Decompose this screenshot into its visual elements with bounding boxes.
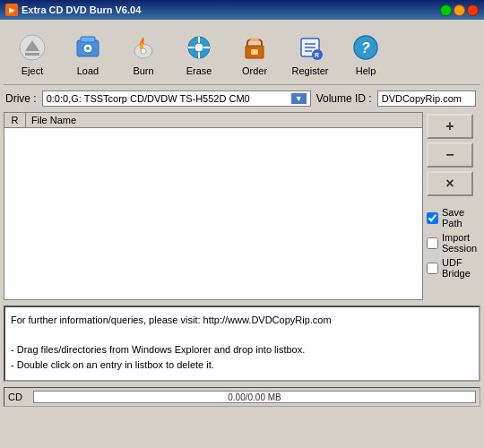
udf-bridge-label: UDF Bridge — [442, 257, 480, 279]
order-button[interactable]: Order — [228, 27, 281, 81]
options-group: Save Path Import Session UDF Bridge — [427, 207, 480, 279]
svg-rect-16 — [251, 49, 258, 55]
progress-bar: 0.00/0.00 MB — [33, 391, 476, 403]
import-session-checkbox-label[interactable]: Import Session — [427, 232, 480, 254]
order-icon — [238, 31, 271, 64]
load-label: Load — [77, 65, 99, 76]
erase-icon — [183, 31, 215, 64]
svg-rect-4 — [81, 37, 95, 42]
save-path-checkbox[interactable] — [427, 212, 438, 224]
drive-label: Drive : — [5, 92, 37, 105]
col-filename-header: File Name — [26, 113, 422, 127]
register-label: Register — [292, 65, 329, 76]
udf-bridge-checkbox-label[interactable]: UDF Bridge — [427, 257, 480, 279]
import-session-label: Import Session — [442, 232, 480, 254]
eject-icon — [16, 31, 48, 64]
drive-value: 0:0:0,G: TSSTcorp CD/DVDW TS-H552D CM0 — [47, 93, 290, 104]
volume-label: Volume ID : — [316, 92, 372, 105]
eject-label: Eject — [22, 65, 43, 76]
status-bar: CD 0.00/0.00 MB — [4, 387, 480, 407]
drive-select[interactable]: 0:0:0,G: TSSTcorp CD/DVDW TS-H552D CM0 ▼ — [42, 90, 311, 107]
app-icon: ▶ — [5, 4, 18, 16]
window-controls — [440, 4, 479, 16]
burn-icon — [127, 31, 160, 64]
save-path-label: Save Path — [442, 207, 480, 228]
info-line2 — [11, 328, 473, 343]
file-list-body[interactable] — [4, 128, 422, 294]
info-line3: - Drag files/directories from Windows Ex… — [11, 342, 473, 358]
toolbar: Eject Load — [4, 23, 480, 85]
info-line4: - Double click on an entry in listbox to… — [11, 358, 473, 373]
register-icon: R — [294, 31, 326, 64]
svg-text:?: ? — [361, 40, 370, 56]
svg-text:R: R — [315, 52, 319, 58]
title-bar: ▶ Extra CD DVD Burn V6.04 — [0, 0, 484, 20]
file-list-header: R File Name — [4, 113, 422, 128]
burn-label: Burn — [133, 65, 153, 76]
svg-point-8 — [141, 48, 146, 54]
minimize-button[interactable] — [440, 4, 452, 16]
add-file-button[interactable]: + — [427, 114, 473, 139]
order-label: Order — [242, 65, 267, 76]
save-path-checkbox-label[interactable]: Save Path — [427, 207, 480, 228]
volume-id-input[interactable] — [377, 90, 476, 107]
svg-point-10 — [194, 43, 203, 52]
maximize-button[interactable] — [454, 4, 465, 16]
erase-button[interactable]: Erase — [172, 27, 226, 81]
eject-button[interactable]: Eject — [5, 27, 59, 81]
status-label: CD — [8, 392, 26, 402]
register-button[interactable]: R Register — [283, 27, 337, 81]
progress-text: 0.00/0.00 MB — [34, 392, 475, 402]
import-session-checkbox[interactable] — [427, 237, 438, 249]
help-label: Help — [356, 65, 376, 76]
remove-file-button[interactable]: − — [427, 142, 473, 168]
window-body: Eject Load — [0, 20, 484, 448]
window-title: Extra CD DVD Burn V6.04 — [22, 4, 141, 15]
right-panel: + − × Save Path Import Session UDF Bridg… — [427, 112, 480, 300]
svg-marker-17 — [249, 39, 260, 41]
drive-row: Drive : 0:0:0,G: TSSTcorp CD/DVDW TS-H55… — [4, 90, 480, 107]
udf-bridge-checkbox[interactable] — [427, 263, 438, 274]
svg-rect-2 — [25, 53, 39, 56]
load-icon — [72, 31, 104, 64]
clear-files-button[interactable]: × — [427, 171, 473, 196]
load-button[interactable]: Load — [61, 27, 115, 81]
content-area: R File Name + − × Save Path Import Sessi… — [4, 112, 480, 300]
burn-button[interactable]: Burn — [117, 27, 170, 81]
drive-dropdown-arrow[interactable]: ▼ — [291, 93, 307, 104]
close-button[interactable] — [467, 4, 479, 16]
erase-label: Erase — [186, 65, 212, 76]
svg-point-6 — [86, 47, 90, 50]
col-r-header: R — [4, 113, 26, 127]
file-list: R File Name — [4, 112, 423, 300]
help-icon: ? — [350, 31, 382, 64]
info-line1: For further information/queries, please … — [11, 313, 473, 328]
help-button[interactable]: ? Help — [339, 27, 393, 81]
info-area: For further information/queries, please … — [4, 306, 480, 382]
title-bar-text: ▶ Extra CD DVD Burn V6.04 — [5, 4, 141, 16]
